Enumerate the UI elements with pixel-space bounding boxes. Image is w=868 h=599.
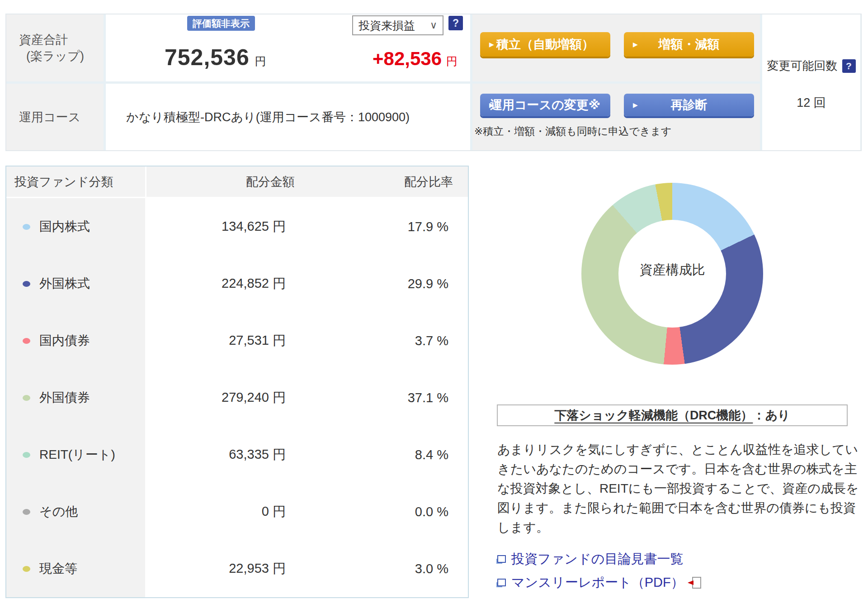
fund-category-cell: 外国株式 bbox=[6, 255, 146, 312]
asset-total-label-line2: (楽ラップ) bbox=[19, 48, 104, 64]
chevron-down-icon: ∨ bbox=[430, 19, 437, 31]
allocation-amount: 279,240 円 bbox=[146, 369, 305, 426]
new-window-icon bbox=[496, 579, 506, 587]
new-window-icon bbox=[496, 555, 506, 564]
profit-period-select[interactable]: 投資来損益 ∨ bbox=[352, 15, 443, 35]
fund-category-cell: REIT(リート) bbox=[6, 426, 146, 483]
allocation-table: 投資ファンド分類 配分金額 配分比率 国内株式134,625 円17.9 %外国… bbox=[5, 166, 469, 598]
fund-category-label: REIT(リート) bbox=[39, 446, 115, 463]
column-header-ratio: 配分比率 bbox=[305, 166, 468, 197]
profit-block: +82,536 円 bbox=[373, 48, 458, 70]
drc-feature-box: 下落ショック軽減機能（DRC機能） ：あり bbox=[497, 404, 848, 426]
fund-category-label: 現金等 bbox=[39, 560, 77, 577]
hide-valuation-badge[interactable]: 評価額非表示 bbox=[187, 16, 255, 31]
fund-category-label: 国内株式 bbox=[39, 218, 90, 235]
asset-total-cell: 評価額非表示 752,536 円 投資来損益 ∨ ? +82,536 円 bbox=[106, 14, 470, 81]
summary-panel: 資産合計 (楽ラップ) 評価額非表示 752,536 円 投資来損益 ∨ ? +… bbox=[5, 14, 862, 151]
course-description: あまりリスクを気にしすぎずに、とことん収益性を追求していきたいあなたのためのコー… bbox=[497, 440, 859, 537]
donut-center-label: 資産構成比 bbox=[581, 179, 763, 361]
profit-period-selected: 投資来損益 bbox=[359, 18, 415, 33]
prospectus-link-row: 投資ファンドの目論見書一覧 bbox=[496, 550, 701, 568]
course-value-cell: かなり積極型-DRCあり(運用コース番号：1000900) bbox=[106, 84, 470, 150]
profit-amount-unit: 円 bbox=[446, 54, 458, 69]
triangle-icon: ▶ bbox=[489, 101, 494, 109]
allocation-amount: 134,625 円 bbox=[146, 198, 305, 255]
allocation-table-header: 投資ファンド分類 配分金額 配分比率 bbox=[6, 166, 468, 198]
allocation-ratio: 37.1 % bbox=[305, 369, 468, 426]
fund-category-cell: その他 bbox=[6, 483, 146, 540]
category-bullet-icon bbox=[23, 566, 30, 572]
change-count-panel: 変更可能回数 ? 12 回 bbox=[760, 14, 860, 150]
allocation-ratio: 0.0 % bbox=[305, 483, 468, 540]
column-header-fund-category: 投資ファンド分類 bbox=[6, 166, 146, 197]
help-icon[interactable]: ? bbox=[448, 16, 463, 30]
document-links: 投資ファンドの目論見書一覧 マンスリーレポート（PDF） bbox=[496, 550, 701, 592]
category-bullet-icon bbox=[23, 395, 30, 401]
triangle-icon: ▶ bbox=[633, 101, 638, 109]
alloc-table-body: 国内株式134,625 円17.9 %外国株式224,852 円29.9 %国内… bbox=[6, 198, 468, 597]
table-row: 外国株式224,852 円29.9 % bbox=[6, 255, 468, 312]
asset-total-label-line1: 資産合計 bbox=[19, 32, 104, 48]
allocation-ratio: 8.4 % bbox=[305, 426, 468, 483]
zougaku-gengaku-button-label: 増額・減額 bbox=[659, 36, 720, 52]
fund-category-label: 国内債券 bbox=[39, 332, 90, 349]
rediagnosis-button[interactable]: ▶ 再診断 bbox=[624, 94, 754, 116]
fund-category-cell: 外国債券 bbox=[6, 369, 146, 426]
allocation-ratio: 3.7 % bbox=[305, 312, 468, 369]
tsumitate-button-label: 積立（自動増額） bbox=[496, 36, 594, 52]
category-bullet-icon bbox=[23, 338, 30, 344]
category-bullet-icon bbox=[23, 281, 30, 287]
triangle-icon: ▶ bbox=[633, 41, 638, 48]
tsumitate-button[interactable]: ▶ 積立（自動増額） bbox=[480, 32, 610, 57]
course-actions-cell: ▶ 運用コースの変更※ ▶ 再診断 ※積立・増額・減額も同時に申込できます bbox=[472, 84, 760, 150]
monthly-report-link-row: マンスリーレポート（PDF） bbox=[496, 574, 701, 592]
category-bullet-icon bbox=[23, 452, 30, 458]
profit-amount: +82,536 bbox=[373, 48, 442, 70]
fund-category-cell: 国内債券 bbox=[6, 312, 146, 369]
allocation-ratio: 29.9 % bbox=[305, 255, 468, 312]
allocation-amount: 0 円 bbox=[146, 483, 305, 540]
table-row: 国内債券27,531 円3.7 % bbox=[6, 312, 468, 369]
fund-category-cell: 国内株式 bbox=[6, 198, 146, 255]
asset-composition-chart: 資産構成比 bbox=[581, 183, 763, 365]
monthly-report-link[interactable]: マンスリーレポート（PDF） bbox=[511, 574, 684, 592]
prospectus-link[interactable]: 投資ファンドの目論見書一覧 bbox=[511, 550, 683, 568]
course-label-cell: 運用コース bbox=[6, 84, 104, 150]
fund-category-label: 外国債券 bbox=[39, 389, 90, 406]
course-value: かなり積極型-DRCあり(運用コース番号：1000900) bbox=[126, 109, 410, 125]
change-count-label: 変更可能回数 bbox=[767, 58, 838, 74]
total-amount-unit: 円 bbox=[255, 54, 266, 69]
table-row: その他0 円0.0 % bbox=[6, 483, 468, 540]
rakuten-wrap-dashboard: 資産合計 (楽ラップ) 評価額非表示 752,536 円 投資来損益 ∨ ? +… bbox=[0, 0, 868, 599]
table-row: 外国債券279,240 円37.1 % bbox=[6, 369, 468, 426]
course-change-button[interactable]: ▶ 運用コースの変更※ bbox=[480, 94, 610, 116]
rediagnosis-button-label: 再診断 bbox=[671, 97, 708, 113]
table-row: REIT(リート)63,335 円8.4 % bbox=[6, 426, 468, 483]
category-bullet-icon bbox=[23, 509, 30, 515]
drc-feature-title: 下落ショック軽減機能（DRC機能） bbox=[554, 407, 753, 423]
zougaku-gengaku-button[interactable]: ▶ 増額・減額 bbox=[624, 32, 754, 57]
total-amount-block: 752,536 円 bbox=[165, 44, 266, 71]
category-bullet-icon bbox=[23, 224, 30, 230]
total-amount: 752,536 bbox=[165, 44, 250, 71]
course-label: 運用コース bbox=[19, 109, 104, 125]
simultaneous-apply-note: ※積立・増額・減額も同時に申込できます bbox=[474, 124, 672, 138]
fund-category-label: 外国株式 bbox=[39, 275, 90, 292]
allocation-amount: 63,335 円 bbox=[146, 426, 305, 483]
asset-actions-cell: ▶ 積立（自動増額） ▶ 増額・減額 bbox=[472, 14, 760, 81]
summary-grid: 資産合計 (楽ラップ) 評価額非表示 752,536 円 投資来損益 ∨ ? +… bbox=[6, 14, 760, 150]
allocation-amount: 27,531 円 bbox=[146, 312, 305, 369]
allocation-ratio: 3.0 % bbox=[305, 540, 468, 597]
column-header-amount: 配分金額 bbox=[146, 166, 305, 197]
change-count-value: 12 回 bbox=[797, 95, 826, 111]
fund-category-cell: 現金等 bbox=[6, 540, 146, 597]
drc-feature-value: ：あり bbox=[753, 407, 790, 423]
help-icon[interactable]: ? bbox=[842, 59, 856, 73]
table-row: 国内株式134,625 円17.9 % bbox=[6, 198, 468, 255]
fund-category-label: その他 bbox=[39, 503, 78, 520]
triangle-icon: ▶ bbox=[489, 41, 494, 48]
allocation-ratio: 17.9 % bbox=[305, 198, 468, 255]
course-change-button-label: 運用コースの変更※ bbox=[490, 97, 600, 113]
allocation-amount: 22,953 円 bbox=[146, 540, 305, 597]
asset-total-label: 資産合計 (楽ラップ) bbox=[6, 14, 104, 81]
